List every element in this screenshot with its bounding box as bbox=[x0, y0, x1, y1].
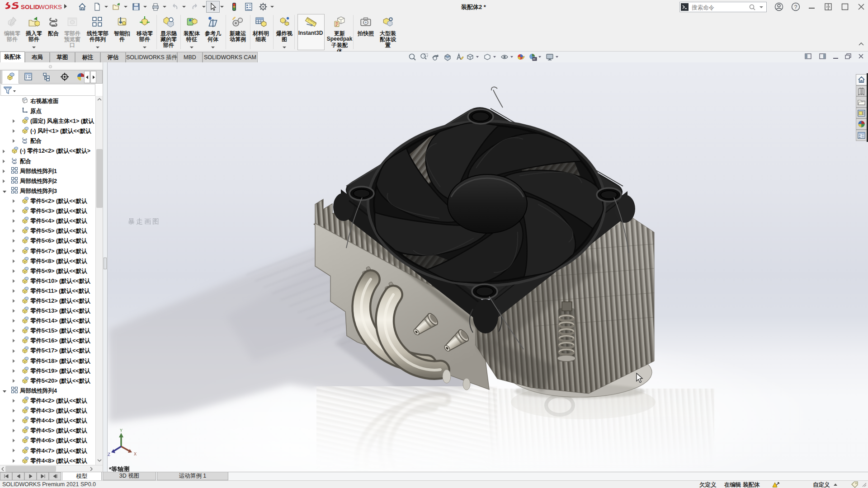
svg-text:X: X bbox=[134, 452, 137, 457]
svg-text:Y: Y bbox=[120, 428, 123, 433]
svg-text:SOLID: SOLID bbox=[21, 4, 40, 10]
svg-text:Z: Z bbox=[108, 452, 110, 457]
svg-text:*等轴测: *等轴测 bbox=[109, 466, 130, 472]
svg-text:WORKS: WORKS bbox=[39, 4, 62, 10]
svg-text:暴走画图: 暴走画图 bbox=[128, 217, 160, 225]
svg-text:?: ? bbox=[794, 4, 797, 10]
